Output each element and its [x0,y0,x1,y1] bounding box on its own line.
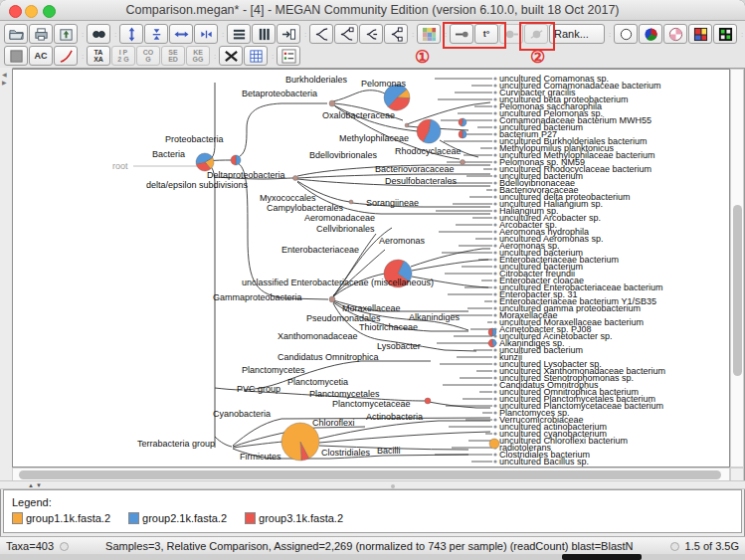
tree-node-label[interactable]: Candidatus Omnitrophica [278,352,379,362]
tree-node-label[interactable]: Lysobacter [377,341,421,351]
coxcomb-view-button[interactable] [663,24,687,44]
tree-node-label[interactable]: Terrabacteria group [137,439,215,449]
sample-table-button[interactable] [244,46,268,66]
legend-color-swatch [12,512,23,524]
vertical-scrollbar[interactable] [730,69,744,467]
draw-scale-button[interactable] [54,46,78,66]
tree-node-label[interactable]: Bdellovibrionales [309,150,377,160]
tree-node-label[interactable]: Methylophilaceae [339,133,409,143]
tree-node-label[interactable]: Firmicutes [240,452,281,462]
tree-node-label[interactable]: Aeromonadaceae [304,213,375,223]
show-legend-button[interactable] [277,46,300,66]
toolbar-separator: : [111,30,119,39]
move-into-button[interactable] [277,24,300,44]
tree-node-label[interactable]: Bacilli [377,446,401,456]
legend-item[interactable]: group3.1k.fasta.2 [245,512,343,524]
layout-columns-button[interactable] [252,24,276,44]
layout-rows-button[interactable] [227,24,251,44]
tree-node-label[interactable]: Xanthomonadaceae [278,331,358,341]
tree-node-label[interactable]: Moraxellaceae [342,303,401,313]
legend-title: Legend: [12,496,52,508]
node-colors-button[interactable] [417,24,441,44]
horizontal-scrollbar-thumb[interactable] [19,470,721,479]
tree-node-label[interactable]: root [112,161,128,171]
tree-node-label[interactable]: Aeromonas [379,236,425,246]
annotation-number-1: ① [415,47,430,68]
collapse-all-button[interactable] [309,24,333,44]
tree-node-label[interactable]: Planctomycetia [287,377,348,387]
vertical-scrollbar-thumb[interactable] [733,205,742,376]
tree-node-label[interactable]: Alkanindiges [409,312,460,322]
window-title: Comparison.megan* - [4] - MEGAN Communit… [0,3,745,17]
contract-horizontal-button[interactable] [194,24,218,44]
tree-node-label[interactable]: Thiotrichaceae [359,322,418,332]
tree-node-label[interactable]: Oxalobacteraceae [322,110,395,120]
legend-items: group1.1k.fasta.2group2.1k.fasta.2group3… [12,512,361,524]
tree-node-label[interactable]: Cellvibrionales [316,224,375,234]
tree-node-label[interactable]: Rhodocyclaceae [395,146,462,156]
tree-node-label[interactable]: Bacteria [152,149,185,159]
find-button[interactable] [87,24,110,44]
tree-node-label[interactable]: Actinobacteria [366,412,423,422]
horizontal-scrollbar[interactable] [12,467,730,481]
tree-node-label[interactable]: Bacteriovoracaceae [375,164,455,174]
tree-node-label[interactable]: Campylobacterales [267,203,343,213]
tree-node-label[interactable]: delta/epsilon subdivisions [146,180,248,190]
expand-horizontal-button[interactable] [169,24,193,44]
circle-view-button[interactable] [614,24,638,44]
uncollapse-all-button[interactable] [384,24,408,44]
expand-left-icon[interactable]: ▶ [2,80,7,86]
toolbar-separator: : [79,30,87,39]
toolbar-separator: : [79,52,87,61]
leaf-taxon-label[interactable]: uncultured Bacillus sp. [499,457,589,467]
network-compare-button[interactable] [219,46,243,66]
eggnog-viewer-button-disabled: COG [136,46,160,66]
tree-node-label[interactable]: Planctomycetes [242,365,305,375]
tree-viewport[interactable]: rootBacteriaProteobacteriaBetaproteobact… [12,69,730,467]
collapse-left-icon[interactable]: ◀ [2,72,7,78]
tree-node-label[interactable]: Myxococcales [260,193,316,203]
scrollbar-corner [730,467,744,481]
ip2g-label-1: I P [119,49,128,56]
tree-node-label[interactable]: Deltaproteobacteria [207,170,285,180]
tree-node-label[interactable]: Gammaproteobacteria [213,292,302,302]
splitter-arrows-icon[interactable]: ▲▼ [28,482,44,488]
draw-unselected-button[interactable] [4,46,28,66]
contract-vertical-button[interactable] [144,24,168,44]
tree-node-label[interactable]: Planctomycetaceae [332,399,411,409]
print-button[interactable] [29,24,53,44]
tree-node-label[interactable]: Proteobacteria [165,134,224,144]
splitter-grip-icon[interactable] [391,484,395,488]
tree-node-label[interactable]: Desulfobacterales [385,176,457,186]
collapse-at-level-button[interactable] [334,24,358,44]
tree-node-label[interactable]: PVC group [237,384,280,394]
legend-splitter[interactable]: ▲▼ [0,480,745,489]
expand-vertical-button[interactable] [119,24,143,44]
seed-label-1: SE [168,49,177,56]
legend-item[interactable]: group1.1k.fasta.2 [12,512,110,524]
tree-node-label[interactable]: Chloroflexi [312,418,355,428]
tree-node-label[interactable]: unclassified Enterobacteriaceae (miscell… [242,278,434,287]
uncollapse-button[interactable] [359,24,383,44]
open-button[interactable] [4,24,28,44]
toolbar-separator: : [269,52,277,61]
tree-node-label[interactable]: Enterobacteriaceae [281,245,359,255]
taxonomy-viewer-button[interactable]: TAXA [87,46,110,66]
tree-node-label[interactable]: Pelomonas [361,79,406,89]
toolbar-separator: : [219,30,227,39]
heatmap-view-button[interactable] [688,24,712,44]
kegg-label-1: KE [193,49,203,56]
grid-view-button[interactable] [713,24,737,44]
auto-coloring-button[interactable]: AC [29,46,53,66]
legend-item[interactable]: group2.1k.fasta.2 [128,512,227,524]
tree-node-label[interactable]: Clostridiales [321,448,370,458]
export-button[interactable] [54,24,78,44]
tree-node-label[interactable]: Cyanobacteria [213,409,271,419]
rank-button[interactable]: Rank... [549,24,605,44]
pie-chart-view-button[interactable] [639,24,662,44]
tree-node-label[interactable]: Planctomycetales [309,389,380,399]
tree-node-label[interactable]: Betaproteobacteria [242,89,317,98]
tree-node-label[interactable]: Sorangiineae [366,198,419,208]
status-bar: Taxa=403 Samples=3, Relative Comparison,… [0,536,745,555]
tree-node-label[interactable]: Burkholderiales [285,75,347,85]
